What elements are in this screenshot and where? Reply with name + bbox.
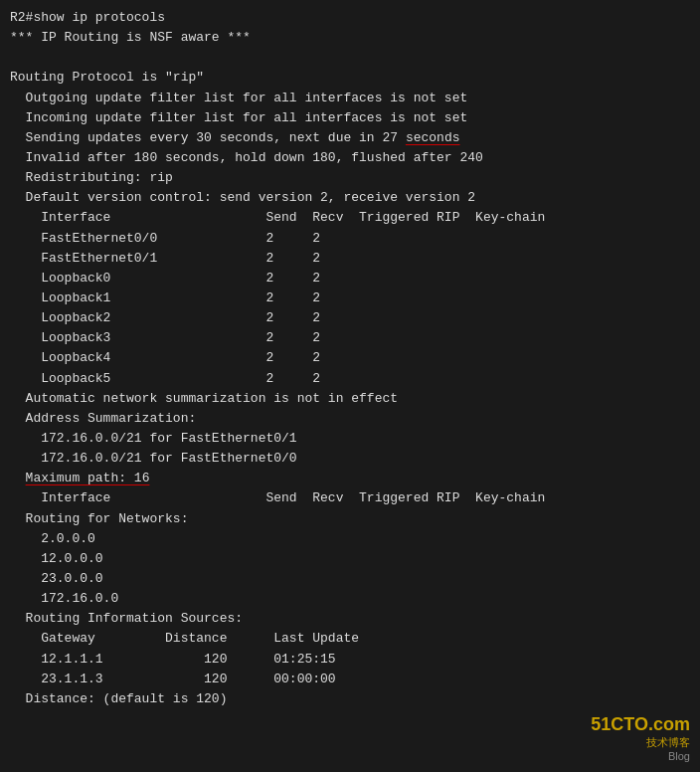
line-10: Default version control: send version 2,… bbox=[10, 188, 690, 208]
line-4: Routing Protocol is "rip" bbox=[10, 68, 690, 88]
line-30: 172.16.0.0 bbox=[10, 589, 690, 609]
line-25: Interface Send Recv Triggered RIP Key-ch… bbox=[10, 488, 690, 508]
line-6: Incoming update filter list for all inte… bbox=[10, 108, 690, 128]
line-34: 23.1.1.3 120 00:00:00 bbox=[10, 670, 690, 689]
line-8: Invalid after 180 seconds, hold down 180… bbox=[10, 148, 690, 168]
watermark-subtitle: 技术博客 bbox=[591, 735, 690, 750]
line-20: Automatic network summarization is not i… bbox=[10, 389, 690, 409]
line-35: Distance: (default is 120) bbox=[10, 689, 690, 709]
line-32: Gateway Distance Last Update bbox=[10, 629, 690, 649]
line-31: Routing Information Sources: bbox=[10, 609, 690, 629]
line-12: FastEthernet0/0 2 2 bbox=[10, 229, 690, 249]
line-15: Loopback1 2 2 bbox=[10, 289, 690, 308]
watermark-blog: Blog bbox=[591, 750, 690, 762]
line-16: Loopback2 2 2 bbox=[10, 308, 690, 328]
line-9: Redistributing: rip bbox=[10, 168, 690, 188]
line-21: Address Summarization: bbox=[10, 409, 690, 429]
line-28: 12.0.0.0 bbox=[10, 549, 690, 569]
line-33: 12.1.1.1 120 01:25:15 bbox=[10, 650, 690, 670]
line-26: Routing for Networks: bbox=[10, 509, 690, 529]
line-13: FastEthernet0/1 2 2 bbox=[10, 249, 690, 269]
line-1: R2#show ip protocols bbox=[10, 8, 690, 28]
line-27: 2.0.0.0 bbox=[10, 529, 690, 549]
line-24: Maximum path: 16 bbox=[10, 469, 690, 488]
line-23: 172.16.0.0/21 for FastEthernet0/0 bbox=[10, 449, 690, 469]
line-3 bbox=[10, 48, 690, 68]
line-7: Sending updates every 30 seconds, next d… bbox=[10, 128, 690, 148]
line-22: 172.16.0.0/21 for FastEthernet0/1 bbox=[10, 429, 690, 449]
terminal-window: R2#show ip protocols *** IP Routing is N… bbox=[0, 0, 700, 772]
line-29: 23.0.0.0 bbox=[10, 569, 690, 589]
line-18: Loopback4 2 2 bbox=[10, 348, 690, 368]
line-17: Loopback3 2 2 bbox=[10, 328, 690, 348]
line-19: Loopback5 2 2 bbox=[10, 369, 690, 389]
watermark: 51CTO.com 技术博客 Blog bbox=[591, 714, 690, 762]
line-14: Loopback0 2 2 bbox=[10, 269, 690, 289]
line-2: *** IP Routing is NSF aware *** bbox=[10, 28, 690, 48]
line-11: Interface Send Recv Triggered RIP Key-ch… bbox=[10, 208, 690, 228]
line-5: Outgoing update filter list for all inte… bbox=[10, 89, 690, 108]
watermark-brand: 51CTO.com bbox=[591, 714, 690, 735]
